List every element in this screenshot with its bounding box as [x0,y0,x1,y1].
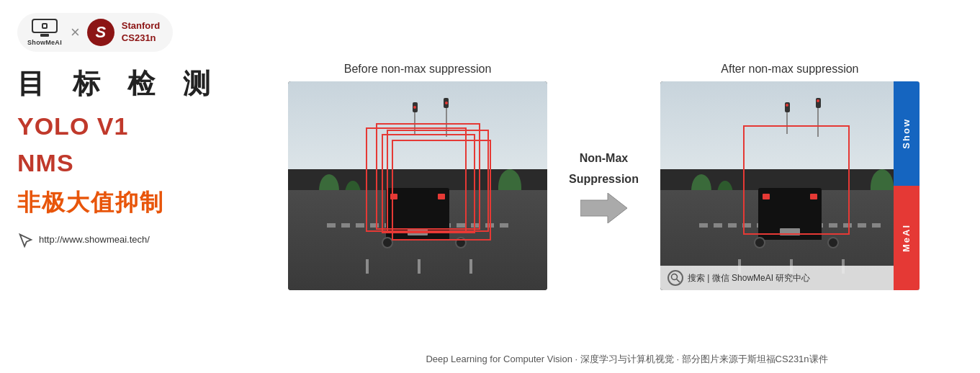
footer-text: Deep Learning for Computer Vision · 深度学习… [426,354,827,364]
after-label: After non-max suppression [721,63,858,76]
showmeai-label: ShowMeAI [27,39,62,46]
stanford-course: CS231n [122,32,160,45]
images-row: Before non-max suppression [288,12,966,341]
logo-bar: ShowMeAI × S Stanford CS231n [17,13,173,52]
main-content: Before non-max suppression [274,0,980,373]
page-title-chinese: 目 标 检 测 [17,68,256,101]
cursor-icon [17,232,33,248]
wechat-overlay: 搜索 | 微信 ShowMeAI 研究中心 [660,266,920,290]
nms-subtitle: NMS [17,149,256,177]
stanford-name: Stanford [122,20,160,32]
wechat-text: 搜索 | 微信 ShowMeAI 研究中心 [688,272,810,284]
before-road-scene [288,81,547,290]
before-nms-section: Before non-max suppression [288,63,547,290]
svg-marker-0 [580,193,627,223]
bbox-final [743,125,850,235]
website-row: http://www.showmeai.tech/ [17,232,256,248]
yolo-subtitle: YOLO V1 [17,112,256,140]
right-arrow-icon [580,193,627,223]
website-url: http://www.showmeai.tech/ [39,234,150,245]
stanford-logo-group: S Stanford CS231n [87,19,160,46]
wechat-search-icon [667,270,683,286]
svg-point-1 [671,274,677,280]
bbox-5 [387,130,489,232]
stanford-s-icon: S [87,19,114,46]
after-image-frame: 搜索 | 微信 ShowMeAI 研究中心 Show MeAI [660,81,920,290]
after-nms-section: After non-max suppression [660,63,920,290]
monitor-icon [32,19,58,33]
watermark-bar: Show MeAI [894,81,920,290]
arrow-label-line1: Non-Max [580,151,629,166]
arrow-label-line2: Suppression [569,172,639,187]
cross-separator: × [71,24,80,40]
svg-line-2 [676,279,680,283]
before-label: Before non-max suppression [344,63,492,76]
sidebar: ShowMeAI × S Stanford CS231n 目 标 检 测 YOL… [0,0,274,373]
nms-chinese-subtitle: 非极大值抑制 [17,187,256,219]
footer-caption: Deep Learning for Computer Vision · 深度学习… [288,349,966,366]
after-road-scene: 搜索 | 微信 ShowMeAI 研究中心 Show MeAI [660,81,920,290]
showmeai-logo: ShowMeAI [26,19,63,46]
stanford-text-block: Stanford CS231n [119,20,160,45]
arrow-section: Non-Max Suppression [547,151,660,223]
before-image-frame [288,81,547,290]
